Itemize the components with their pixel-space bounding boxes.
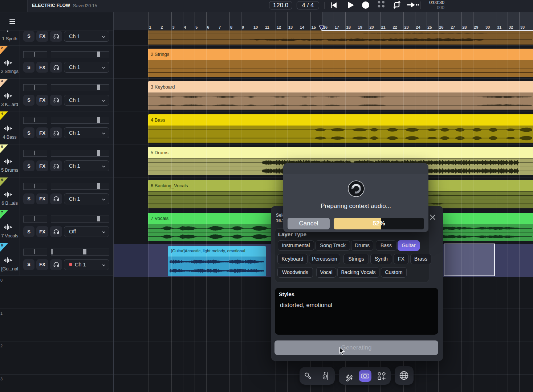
svg-text:5: 5 — [1, 145, 3, 148]
svg-text:3: 3 — [1, 79, 3, 83]
svg-text:2: 2 — [1, 46, 3, 50]
svg-text:6: 6 — [1, 178, 3, 181]
svg-text:8: 8 — [1, 244, 3, 247]
svg-text:4: 4 — [1, 112, 3, 115]
svg-text:7: 7 — [1, 211, 3, 214]
